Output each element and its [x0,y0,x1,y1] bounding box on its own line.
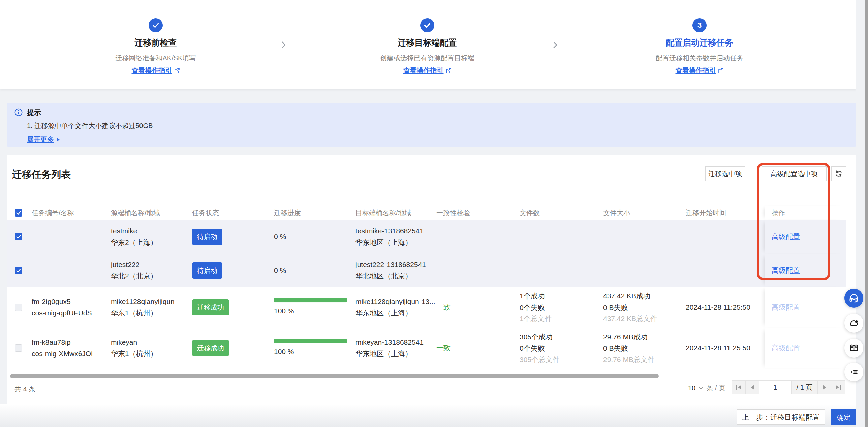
size-cell: 437.42 KB成功0 B失败437.42 KB总文件 [603,290,657,324]
table-row: - jutest222华北2（北京） 待启动 0 % jutest222-131… [7,254,846,287]
prev-page-icon [751,385,754,390]
status-badge: 待启动 [192,229,222,245]
start-time-value: - [686,265,688,276]
start-time-value: 2024-11-28 11:25:50 [686,342,750,354]
target-bucket: mikeyan-1318682541华东地区（上海） [355,337,424,359]
step-2: 迁移目标端配置 创建或选择已有资源配置目标端 查看操作指引 [319,18,535,75]
table-header-row: 任务编号/名称 源端桶名称/地域 任务状态 迁移进度 目标端桶名称/地域 一致性… [7,206,846,220]
status-badge: 迁移成功 [192,340,229,356]
last-page-button[interactable] [831,381,845,394]
external-link-icon [718,68,724,74]
customer-service-button[interactable] [844,289,863,308]
expand-more-link[interactable]: 展开更多 [27,135,60,144]
headset-icon [849,293,859,303]
page-input[interactable]: 1 [759,381,792,394]
consistency-value: - [436,231,439,243]
advanced-config-selected-button[interactable]: 高级配置选中项 [762,166,827,181]
page-size-unit: 条 / 页 [706,383,725,393]
step-2-guide-link[interactable]: 查看操作指引 [403,66,452,75]
next-page-button[interactable] [818,381,831,394]
progress-value: 100 % [274,346,347,358]
table-row: fm-2ig0gux5cos-mig-qpfUFUdS mike1128qian… [7,287,846,328]
progress-value: 0 % [274,265,286,276]
step-3-number: 3 [692,18,707,32]
status-badge: 迁移成功 [192,299,229,315]
start-time-value: - [686,231,688,243]
advanced-config-link[interactable]: 高级配置 [772,266,800,274]
first-page-button[interactable] [732,381,746,394]
external-link-icon [174,68,180,74]
row-checkbox[interactable] [15,344,22,352]
page-gutter [856,0,865,427]
page-of-label: / 1 页 [792,381,818,394]
migrate-selected-button[interactable]: 迁移选中项 [705,166,745,181]
step-1-guide-link[interactable]: 查看操作指引 [132,66,180,75]
advanced-config-link[interactable]: 高级配置 [772,344,800,352]
size-value: - [603,265,606,276]
status-badge: 待启动 [192,262,222,279]
hint-banner: 提示 1. 迁移源中单个文件大小建议不超过50GB 展开更多 [7,103,856,147]
task-table: 任务编号/名称 源端桶名称/地域 任务状态 迁移进度 目标端桶名称/地域 一致性… [7,206,846,368]
progress-value: 100 % [274,305,347,317]
target-bucket: testmike-1318682541华东地区（上海） [355,225,424,248]
table-row: - testmike华东2（上海） 待启动 0 % testmike-13186… [7,220,846,254]
header-consistency: 一致性校验 [436,208,470,217]
header-size: 文件大小 [603,208,630,217]
source-bucket: mikeyan华东1（杭州） [111,337,157,359]
step-2-check-icon [420,18,434,32]
header-action: 操作 [772,208,785,217]
step-1: 迁移前检查 迁移网络准备和AK/SK填写 查看操作指引 [48,18,264,75]
indent-list-icon [849,367,859,377]
row-checkbox[interactable] [15,233,22,240]
consistency-value: 一致 [436,302,451,313]
total-count: 共 4 条 [14,385,35,394]
select-all-checkbox[interactable] [15,209,22,217]
refresh-icon [835,170,843,178]
previous-step-button[interactable]: 上一步：迁移目标端配置 [737,409,825,425]
files-cell: 1个成功0个失败1个总文件 [520,290,552,324]
chevron-down-icon [698,385,704,391]
page-size-select[interactable]: 10 条 / 页 [688,382,725,394]
header-id: 任务编号/名称 [32,208,74,217]
target-bucket: mike1128qianyijiqun-13...华东地区（上海） [355,296,435,318]
hint-title: 提示 [27,108,41,117]
header-start-time: 迁移开始时间 [686,208,726,217]
documentation-button[interactable] [844,339,863,358]
cloud-bell-icon [849,318,859,328]
source-bucket: jutest222华北2（北京） [111,259,157,282]
size-cell: 29.76 MB成功0 B失败29.76 MB总文件 [603,331,655,365]
advanced-config-link[interactable]: 高级配置 [772,233,800,240]
cloud-alert-button[interactable] [844,314,863,333]
header-files: 文件数 [520,208,540,217]
row-checkbox[interactable] [15,304,22,311]
advanced-config-link[interactable]: 高级配置 [772,303,800,311]
task-id: - [32,231,34,243]
header-target: 目标端桶名称/地域 [355,208,411,217]
progress-cell: 100 % [274,339,347,358]
footer-bar: 上一步：迁移目标端配置 确定 [0,404,868,427]
refresh-button[interactable] [831,166,846,181]
step-separator-icon [550,40,560,50]
step-3: 3 配置启动迁移任务 配置迁移相关参数并启动任务 查看操作指引 [592,18,807,75]
confirm-button[interactable]: 确定 [831,409,857,425]
size-value: - [603,231,606,243]
horizontal-scrollbar-track [10,374,846,378]
task-list-title: 迁移任务列表 [12,168,71,181]
next-page-icon [823,385,826,390]
progress-value: 0 % [274,231,286,243]
horizontal-scrollbar-thumb[interactable] [10,374,659,378]
target-bucket: jutest222-1318682541华北地区（北京） [355,259,426,282]
step-2-title: 迁移目标端配置 [319,37,535,48]
open-book-icon [849,343,859,353]
consistency-value: 一致 [436,342,451,354]
prev-page-button[interactable] [746,381,759,394]
vertical-scrollbar-thumb[interactable] [865,0,868,427]
first-page-icon [738,385,741,390]
row-checkbox[interactable] [15,267,22,274]
collapse-menu-button[interactable] [844,363,863,381]
consistency-value: - [436,265,439,276]
step-3-title: 配置启动迁移任务 [592,37,807,48]
step-2-subtitle: 创建或选择已有资源配置目标端 [319,54,535,63]
step-1-check-icon [149,18,163,32]
step-3-guide-link[interactable]: 查看操作指引 [676,66,724,75]
